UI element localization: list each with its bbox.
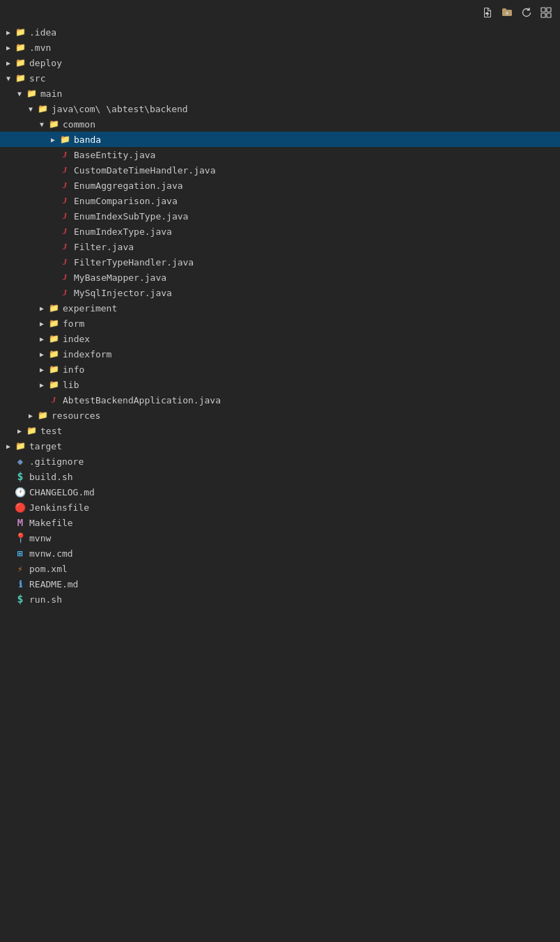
tree-item-CustomDateTimeHandler[interactable]: J CustomDateTimeHandler.java (0, 162, 560, 178)
tree-item-mvnw[interactable]: 📍 mvnw (0, 530, 560, 546)
tree-item-deploy[interactable]: ▶ 📁 deploy (0, 55, 560, 70)
tree-item-form[interactable]: ▶ 📁 form (0, 316, 560, 331)
folder-arrow: ▼ (25, 105, 36, 113)
tree-item-index[interactable]: ▶ 📁 index (0, 331, 560, 346)
tree-item-resources[interactable]: ▶ 📁 resources (0, 408, 560, 423)
tree-item-common[interactable]: ▼ 📁 common (0, 116, 560, 132)
item-label-gitignore: .gitignore (29, 456, 554, 467)
tree-item-mvnw-cmd[interactable]: ⊞ mvnw.cmd (0, 546, 560, 561)
folder-arrow: ▶ (36, 304, 47, 312)
item-label-java-com: java\com\ \abtest\backend (52, 104, 554, 114)
svg-rect-5 (547, 8, 551, 12)
tree-item-EnumAggregation[interactable]: J EnumAggregation.java (0, 178, 560, 193)
folder-arrow: ▶ (3, 44, 14, 52)
tree-item-lib[interactable]: ▶ 📁 lib (0, 377, 560, 392)
tree-item-test[interactable]: ▶ 📁 test (0, 423, 560, 438)
item-label-changelog: CHANGELOG.md (29, 487, 554, 497)
new-file-button[interactable] (479, 6, 496, 20)
item-label-BaseEntity: BaseEntity.java (74, 150, 554, 160)
item-label-lib: lib (63, 380, 554, 390)
tree-item-EnumComparison[interactable]: J EnumComparison.java (0, 193, 560, 208)
item-label-index: index (63, 334, 554, 344)
tree-item-makefile[interactable]: M Makefile (0, 515, 560, 530)
folder-arrow: ▶ (3, 442, 14, 450)
item-label-Filter: Filter.java (74, 242, 554, 252)
tree-item-info[interactable]: ▶ 📁 info (0, 362, 560, 377)
tree-item-changelog[interactable]: 🕐 CHANGELOG.md (0, 484, 560, 500)
tree-item-indexform[interactable]: ▶ 📁 indexform (0, 346, 560, 362)
item-label-form: form (63, 318, 554, 329)
item-label-AbtestBackendApplication: AbtestBackendApplication.java (63, 395, 554, 406)
new-folder-button[interactable] (499, 6, 515, 20)
tree-item-pom[interactable]: ⚡ pom.xml (0, 561, 560, 576)
tree-item-EnumIndexSubType[interactable]: J EnumIndexSubType.java (0, 208, 560, 224)
tree-item-main[interactable]: ▼ 📁 main (0, 86, 560, 101)
item-label-EnumIndexSubType: EnumIndexSubType.java (74, 211, 554, 222)
tree-item-FilterTypeHandler[interactable]: J FilterTypeHandler.java (0, 254, 560, 270)
refresh-button[interactable] (518, 6, 535, 20)
tree-item-build-sh[interactable]: $ build.sh (0, 469, 560, 484)
tree-item-jenkinsfile[interactable]: 🔴 Jenkinsfile (0, 500, 560, 515)
folder-arrow: ▶ (3, 29, 14, 36)
tree-item-MyBaseMapper[interactable]: J MyBaseMapper.java (0, 270, 560, 285)
item-label-mvnw-cmd: mvnw.cmd (29, 548, 554, 559)
tree-item-banda[interactable]: ▶ 📁 banda (0, 132, 560, 147)
item-label-target: target (29, 441, 554, 451)
tree-item-EnumIndexType[interactable]: J EnumIndexType.java (0, 224, 560, 239)
tree-item-target[interactable]: ▶ 📁 target (0, 438, 560, 454)
tree-item-run-sh[interactable]: $ run.sh (0, 592, 560, 607)
folder-arrow: ▶ (14, 427, 25, 435)
toolbar-icons (479, 6, 554, 20)
item-label-CustomDateTimeHandler: CustomDateTimeHandler.java (74, 165, 554, 176)
tree-item-experiment[interactable]: ▶ 📁 experiment (0, 300, 560, 316)
svg-rect-6 (541, 13, 545, 17)
folder-arrow: ▶ (47, 136, 59, 144)
tree-item-src[interactable]: ▼ 📁 src (0, 70, 560, 86)
item-label-resources: resources (52, 410, 554, 421)
svg-rect-4 (541, 8, 545, 12)
file-tree: ▶ 📁 .idea ▶ 📁 .mvn ▶ 📁 deploy ▼ 📁 src ▼ … (0, 24, 560, 607)
folder-arrow: ▶ (36, 320, 47, 327)
item-label-MySqlInjector: MySqlInjector.java (74, 288, 554, 298)
item-label-test: test (40, 426, 554, 436)
item-label-info: info (63, 364, 554, 375)
folder-arrow: ▶ (25, 412, 36, 419)
item-label-src: src (29, 73, 554, 84)
tree-item-java-com[interactable]: ▼ 📁 java\com\ \abtest\backend (0, 101, 560, 116)
item-label-run-sh: run.sh (29, 594, 554, 605)
tree-item-AbtestBackendApplication[interactable]: J AbtestBackendApplication.java (0, 392, 560, 408)
explorer-container: ▶ 📁 .idea ▶ 📁 .mvn ▶ 📁 deploy ▼ 📁 src ▼ … (0, 0, 560, 942)
item-label-FilterTypeHandler: FilterTypeHandler.java (74, 257, 554, 268)
tree-item-idea[interactable]: ▶ 📁 .idea (0, 24, 560, 40)
item-label-EnumIndexType: EnumIndexType.java (74, 226, 554, 237)
folder-arrow: ▼ (3, 75, 14, 82)
tree-item-BaseEntity[interactable]: J BaseEntity.java (0, 147, 560, 162)
item-label-build-sh: build.sh (29, 472, 554, 482)
tree-item-mvn[interactable]: ▶ 📁 .mvn (0, 40, 560, 55)
svg-rect-7 (547, 13, 551, 17)
item-label-mvn: .mvn (29, 43, 554, 53)
tree-item-MySqlInjector[interactable]: J MySqlInjector.java (0, 285, 560, 300)
tree-item-gitignore[interactable]: ◆ .gitignore (0, 454, 560, 469)
folder-arrow: ▼ (36, 121, 47, 128)
folder-arrow: ▶ (36, 335, 47, 343)
toolbar (0, 0, 560, 24)
item-label-banda: banda (74, 134, 554, 145)
item-label-deploy: deploy (29, 58, 554, 68)
folder-arrow: ▶ (3, 59, 14, 67)
item-label-EnumAggregation: EnumAggregation.java (74, 180, 554, 191)
item-label-idea: .idea (29, 27, 554, 38)
item-label-readme: README.md (29, 579, 554, 589)
folder-arrow: ▶ (36, 381, 47, 389)
tree-item-readme[interactable]: ℹ README.md (0, 576, 560, 592)
folder-arrow: ▼ (14, 90, 25, 98)
folder-arrow: ▶ (36, 366, 47, 373)
item-label-jenkinsfile: Jenkinsfile (29, 502, 554, 513)
item-label-EnumComparison: EnumComparison.java (74, 196, 554, 206)
item-label-main: main (40, 88, 554, 99)
item-label-pom: pom.xml (29, 564, 554, 574)
item-label-mvnw: mvnw (29, 533, 554, 543)
collapse-all-button[interactable] (538, 6, 554, 20)
tree-item-Filter[interactable]: J Filter.java (0, 239, 560, 254)
item-label-common: common (63, 119, 554, 130)
